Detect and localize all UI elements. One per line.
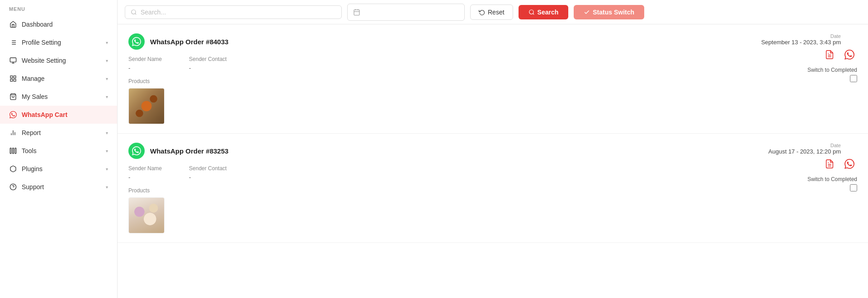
topbar: Reset Search Status Switch [118, 0, 868, 24]
sidebar-item-dashboard[interactable]: Dashboard [0, 15, 117, 33]
shopping-bag-icon [9, 93, 17, 101]
product-thumbnail-84033 [128, 88, 165, 124]
chevron-down-icon: ▾ [106, 149, 108, 154]
chevron-down-icon: ▾ [106, 58, 108, 63]
order-header-83253: WhatsApp Order #83253 [128, 143, 857, 159]
sidebar-item-label-tools: Tools [22, 147, 101, 154]
help-circle-icon [9, 183, 17, 191]
product-image-83253 [129, 197, 164, 233]
package-icon [9, 165, 17, 173]
whatsapp-icon [9, 111, 17, 119]
svg-rect-12 [10, 79, 13, 81]
sidebar-item-profile-setting[interactable]: Profile Setting ▾ [0, 33, 117, 51]
order-date-84033: Date September 13 - 2023, 3:43 pm [761, 33, 841, 46]
check-icon [584, 9, 590, 15]
order-meta-83253: Sender Name - Sender Contact - [128, 165, 857, 181]
chevron-down-icon: ▾ [106, 40, 108, 45]
sender-name-group: Sender Name - [128, 56, 162, 72]
sender-contact-group: Sender Contact - [189, 56, 226, 72]
order-meta-84033: Sender Name - Sender Contact - [128, 56, 857, 72]
tool-icon [9, 147, 17, 155]
search-input[interactable] [141, 9, 336, 16]
order-date-83253: Date August 17 - 2023, 12:20 pm [769, 143, 841, 155]
whatsapp-order-icon-2 [128, 143, 145, 159]
user-icon [9, 38, 17, 47]
status-switch-button[interactable]: Status Switch [574, 5, 644, 19]
layout-icon [9, 74, 17, 83]
svg-line-29 [533, 13, 534, 14]
svg-rect-6 [10, 58, 16, 62]
sidebar-item-label-manage: Manage [22, 75, 101, 82]
svg-point-28 [529, 9, 533, 14]
whatsapp-contact-icon [844, 50, 854, 60]
home-icon [9, 20, 17, 28]
sidebar-item-label-dashboard: Dashboard [22, 21, 108, 28]
svg-rect-24 [354, 9, 359, 15]
sidebar-item-label-profile-setting: Profile Setting [22, 39, 101, 46]
menu-label: MENU [0, 0, 117, 15]
chevron-down-icon: ▾ [106, 167, 108, 172]
switch-to-completed-83253: Switch to Completed [807, 176, 857, 191]
reset-button[interactable]: Reset [470, 5, 513, 20]
product-thumbnail-83253 [128, 197, 165, 233]
sidebar-item-label-my-sales: My Sales [22, 93, 101, 100]
svg-line-23 [135, 13, 137, 14]
product-image-84033 [129, 88, 164, 124]
whatsapp-contact-button-84033[interactable] [842, 47, 857, 62]
view-order-button-84033[interactable] [822, 47, 837, 62]
svg-rect-11 [14, 79, 16, 81]
action-icons-84033 [822, 47, 857, 62]
sidebar-item-manage[interactable]: Manage ▾ [0, 70, 117, 88]
sidebar-item-report[interactable]: Report ▾ [0, 124, 117, 142]
whatsapp-contact-icon-2 [844, 159, 854, 169]
whatsapp-order-icon [128, 33, 145, 50]
order-header-84033: WhatsApp Order #84033 [128, 33, 857, 50]
completed-checkbox-83253[interactable] [850, 184, 857, 191]
sidebar-item-whatsapp-cart[interactable]: WhatsApp Cart [0, 106, 117, 124]
svg-rect-17 [10, 148, 11, 154]
sidebar-item-label-support: Support [22, 183, 101, 191]
search-icon [131, 9, 137, 15]
sidebar-item-support[interactable]: Support ▾ [0, 178, 117, 196]
svg-point-22 [132, 9, 136, 14]
chevron-down-icon: ▾ [106, 76, 108, 81]
order-actions-84033: Switch to Completed [807, 47, 857, 82]
products-section-83253: Products [128, 187, 857, 233]
completed-checkbox-84033[interactable] [850, 75, 857, 82]
document-icon-2 [825, 159, 835, 169]
search-btn-icon [528, 9, 535, 15]
calendar-icon [353, 9, 360, 16]
order-card-84033: WhatsApp Order #84033 Date September 13 … [118, 24, 868, 134]
order-card-83253: WhatsApp Order #83253 Date August 17 - 2… [118, 134, 868, 243]
sidebar-item-label-whatsapp-cart: WhatsApp Cart [22, 111, 108, 118]
chevron-down-icon: ▾ [106, 185, 108, 190]
view-order-button-83253[interactable] [822, 156, 837, 172]
svg-rect-18 [13, 148, 14, 154]
orders-list: WhatsApp Order #84033 Date September 13 … [118, 24, 868, 298]
search-button[interactable]: Search [519, 5, 569, 19]
products-section-84033: Products [128, 78, 857, 124]
order-number-84033: WhatsApp Order #84033 [150, 38, 228, 46]
chevron-down-icon: ▾ [106, 130, 108, 135]
sidebar-item-tools[interactable]: Tools ▾ [0, 142, 117, 160]
reset-icon [479, 9, 485, 15]
search-box[interactable] [125, 5, 342, 19]
order-actions-83253: Switch to Completed [807, 156, 857, 191]
sidebar-item-plugins[interactable]: Plugins ▾ [0, 160, 117, 178]
sidebar-item-label-plugins: Plugins [22, 165, 101, 172]
svg-rect-10 [14, 76, 16, 78]
whatsapp-contact-button-83253[interactable] [842, 156, 857, 172]
bar-chart-icon [9, 129, 17, 137]
order-number-83253: WhatsApp Order #83253 [150, 147, 228, 155]
sidebar-item-label-report: Report [22, 129, 101, 136]
chevron-down-icon: ▾ [106, 94, 108, 99]
sidebar-item-website-setting[interactable]: Website Setting ▾ [0, 51, 117, 70]
document-icon [825, 50, 835, 60]
date-picker[interactable] [347, 4, 465, 21]
sender-contact-group-2: Sender Contact - [189, 165, 226, 181]
sidebar-item-my-sales[interactable]: My Sales ▾ [0, 88, 117, 106]
action-icons-83253 [822, 156, 857, 172]
switch-to-completed-84033: Switch to Completed [807, 67, 857, 82]
svg-rect-9 [10, 76, 13, 78]
sidebar: MENU Dashboard Profile Setting ▾ Website… [0, 0, 118, 298]
